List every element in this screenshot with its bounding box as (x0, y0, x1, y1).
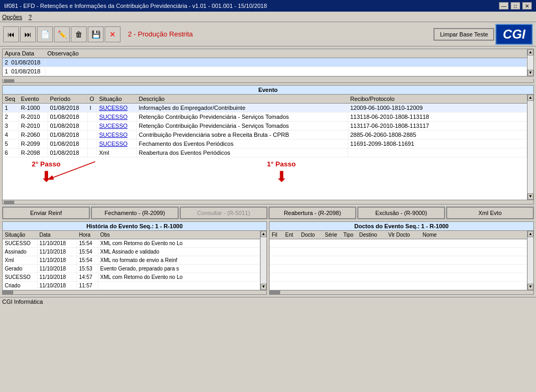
cell-hora: 15:53 (77, 265, 98, 273)
reabertura-button[interactable]: Reabertura - (R-2098) (269, 207, 356, 219)
event-row[interactable]: 4 R-2060 01/08/2018 SUCESSO Contribuição… (3, 130, 527, 139)
cell-situacao: SUCESSO (3, 239, 37, 248)
tool-first[interactable]: ⏮ (3, 26, 19, 42)
col-nome: Nome (420, 231, 527, 239)
doc-row[interactable] (270, 248, 527, 256)
hscroll-thumb (3, 291, 13, 295)
fechamento-button[interactable]: Fechamento - (R-2099) (91, 207, 179, 219)
limpar-base-teste-button[interactable]: Limpar Base Teste (433, 28, 494, 41)
tool-new[interactable]: 📄 (37, 26, 53, 42)
doc-row[interactable] (270, 239, 527, 248)
tool-delete[interactable]: 🗑 (71, 26, 87, 42)
cell-recibo: 11691-2099-1808-11691 (348, 139, 527, 148)
cell-descricao: Retenção Contribuição Previdenciária - S… (136, 122, 348, 130)
cell-o (87, 148, 97, 157)
history-row[interactable]: Criado 11/10/2018 11:57 (3, 282, 260, 290)
top-table: Apura Data Observação 2 01/08/2018 1 01/… (3, 49, 527, 76)
cell-hora: 15:54 (77, 248, 98, 256)
cell-situacao: Xml (3, 256, 37, 265)
cell-empty (270, 239, 527, 248)
scroll-down-btn[interactable]: ▼ (261, 284, 266, 290)
cell-seq: 1 (3, 104, 19, 113)
col-obs: Obs (98, 231, 260, 239)
table-row[interactable]: 1 01/08/2018 (3, 67, 527, 76)
table-row[interactable]: 2 01/08/2018 (3, 58, 527, 67)
action-buttons: Enviar Reinf Fechamento - (R-2099) Consu… (2, 207, 534, 219)
cell-data: 11/10/2018 (37, 273, 77, 282)
cell-descricao: Reabertura dos Eventos Periódicos (136, 148, 348, 157)
history-section: História do Evento Seq.: 1 - R-1000 Situ… (2, 221, 267, 295)
event-row[interactable]: 1 R-1000 01/08/2018 I SUCESSO Informaçõe… (3, 104, 527, 113)
cell-situacao: Xml (97, 148, 136, 157)
history-row[interactable]: SUCESSO 11/10/2018 14:57 XML com Retorno… (3, 273, 260, 282)
xml-evto-button[interactable]: Xml Evto (446, 207, 534, 219)
col-descricao: Descrição (136, 95, 348, 104)
doc-row[interactable] (270, 273, 527, 282)
consultar-button[interactable]: Consultar - (R-5011) (180, 207, 267, 219)
cell-empty (270, 248, 527, 256)
cell-obs: XML com Retorno do Evento no Lo (98, 273, 260, 282)
col-periodo: Período (48, 95, 87, 104)
cell-descricao: Informações do Empregador/Contribuinte (136, 104, 348, 113)
scroll-up-btn[interactable]: ▲ (528, 231, 533, 237)
history-row[interactable]: Assinado 11/10/2018 15:54 XML Assinado e… (3, 248, 260, 256)
cell-descricao: Contribuição Previdenciária sobre a Rece… (136, 130, 348, 139)
event-vscroll[interactable]: ▲ ▼ (527, 95, 533, 200)
exclusao-button[interactable]: Exclusão - (R-9000) (357, 207, 445, 219)
scroll-up-btn[interactable]: ▲ (528, 49, 533, 55)
tool-save[interactable]: 💾 (88, 26, 104, 42)
cell-recibo: 2885-06-2060-1808-2885 (348, 130, 527, 139)
hscroll-thumb (270, 291, 280, 295)
scroll-down-btn[interactable]: ▼ (528, 284, 533, 290)
title-bar-controls: — □ ✕ (499, 2, 532, 10)
history-hscroll[interactable] (3, 290, 266, 294)
cell-empty (270, 256, 527, 265)
scroll-up-btn[interactable]: ▲ (528, 95, 533, 101)
event-row[interactable]: 5 R-2099 01/08/2018 SUCESSO Fechamento d… (3, 139, 527, 148)
history-row[interactable]: Gerado 11/10/2018 15:53 Evento Gerado, p… (3, 265, 260, 273)
history-row[interactable]: Xml 11/10/2018 15:54 XML no formato de e… (3, 256, 260, 265)
cell-obs: XML no formato de envio a Reinf (98, 256, 260, 265)
tool-cancel[interactable]: ✕ (105, 26, 121, 42)
event-row[interactable]: 3 R-2010 01/08/2018 SUCESSO Retenção Con… (3, 122, 527, 130)
menu-opcoes[interactable]: Opções (2, 14, 22, 20)
close-button[interactable]: ✕ (522, 2, 532, 10)
col-obs: Observação (45, 49, 527, 58)
col-tipo: Tipo (341, 231, 357, 239)
doc-row[interactable] (270, 265, 527, 273)
cell-hora: 11:57 (77, 282, 98, 290)
cell-data: 11/10/2018 (37, 265, 77, 273)
cell-hora: 15:54 (77, 256, 98, 265)
top-table-vscroll[interactable]: ▲ ▼ (527, 49, 533, 76)
maximize-button[interactable]: □ (511, 2, 520, 10)
doc-row[interactable] (270, 256, 527, 265)
history-vscroll[interactable]: ▲ ▼ (260, 231, 266, 290)
cell-data: 11/10/2018 (37, 239, 77, 248)
doc-vscroll[interactable]: ▲ ▼ (527, 231, 533, 290)
doc-row[interactable] (270, 282, 527, 290)
toolbar: ⏮ ⏭ 📄 ✏️ 🗑 💾 ✕ 2 - Produção Restrita Lim… (0, 22, 536, 46)
col-ent: Ent (283, 231, 299, 239)
scroll-down-btn[interactable]: ▼ (528, 193, 533, 200)
cell-periodo: 01/08/2018 (48, 148, 87, 157)
enviar-reinf-button[interactable]: Enviar Reinf (2, 207, 90, 219)
cell-obs (45, 67, 527, 76)
event-row[interactable]: 2 R-2010 01/08/2018 SUCESSO Retenção Con… (3, 113, 527, 122)
cell-seq: 5 (3, 139, 19, 148)
event-hscroll[interactable] (3, 200, 533, 204)
minimize-button[interactable]: — (499, 2, 509, 10)
history-row[interactable]: SUCESSO 11/10/2018 15:54 XML com Retorno… (3, 239, 260, 248)
cell-apura: 1 01/08/2018 (3, 67, 45, 76)
scroll-track (528, 55, 533, 70)
top-hscroll[interactable] (2, 79, 534, 83)
cell-empty (270, 265, 527, 273)
event-row[interactable]: 6 R-2098 01/08/2018 Xml Reabertura dos E… (3, 148, 527, 157)
scroll-up-btn[interactable]: ▲ (261, 231, 266, 237)
scroll-track (528, 101, 533, 193)
menu-help[interactable]: ? (29, 14, 32, 20)
scroll-down-btn[interactable]: ▼ (528, 70, 533, 76)
tool-last[interactable]: ⏭ (20, 26, 36, 42)
doc-hscroll[interactable] (270, 290, 533, 294)
tool-edit[interactable]: ✏️ (54, 26, 70, 42)
annotation-area: 2° Passo ⬇ 1° Passo ⬇ (3, 157, 527, 200)
